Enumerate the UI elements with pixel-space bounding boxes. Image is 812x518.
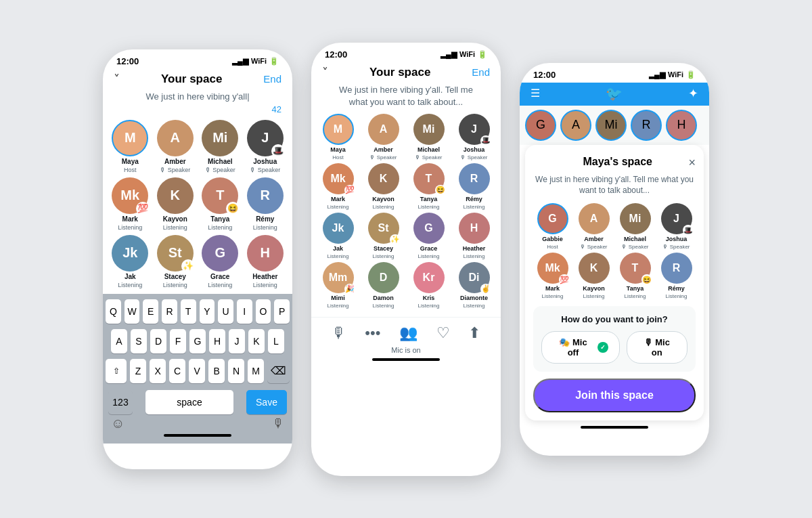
list-item[interactable]: AAmber🎙 Speaker bbox=[155, 120, 196, 173]
list-item[interactable]: T😆TanyaListening bbox=[200, 177, 241, 231]
key-f[interactable]: F bbox=[170, 329, 186, 353]
list-item[interactable]: KKayvonListening bbox=[362, 163, 405, 210]
key-n[interactable]: N bbox=[228, 359, 244, 383]
menu-icon[interactable]: ☰ bbox=[531, 87, 540, 100]
list-item[interactable]: J🎩Joshua🎙 Speaker bbox=[245, 120, 286, 173]
phone-3: 12:00 ▂▄▆ WiFi 🔋 ☰ 🐦 ✦ G A Mi R H Maya's… bbox=[520, 63, 709, 456]
list-item[interactable]: HHeatherListening bbox=[245, 235, 286, 288]
key-k[interactable]: K bbox=[248, 329, 265, 353]
story-3[interactable]: Mi bbox=[595, 110, 627, 141]
list-item[interactable]: KKayvonListening bbox=[574, 253, 613, 299]
key-s[interactable]: S bbox=[131, 329, 147, 353]
list-item[interactable]: J🎩Joshua🎙 Speaker bbox=[657, 203, 696, 250]
chevron-down-icon-1[interactable]: ˅ bbox=[114, 72, 120, 87]
mic-icon-2[interactable]: 🎙 bbox=[332, 324, 346, 342]
participant-role: Listening bbox=[418, 204, 439, 210]
key-b[interactable]: B bbox=[208, 359, 225, 383]
participant-name: Diamonte bbox=[460, 295, 488, 301]
chevron-down-icon-2[interactable]: ˅ bbox=[322, 65, 328, 80]
list-item[interactable]: MiMichael🎙 Speaker bbox=[616, 203, 654, 250]
people-icon-2[interactable]: 👥 bbox=[399, 324, 418, 342]
key-w[interactable]: W bbox=[125, 299, 140, 324]
avatar: Kr bbox=[413, 262, 445, 293]
mic-on-button[interactable]: 🎙 Mic on bbox=[627, 331, 687, 364]
save-button[interactable]: Save bbox=[246, 390, 287, 414]
key-c[interactable]: C bbox=[169, 359, 185, 383]
list-item[interactable]: AAmber🎙 Speaker bbox=[574, 203, 613, 250]
list-item[interactable]: Mm🎉MimiListening bbox=[317, 262, 359, 309]
mic-off-button[interactable]: 🎭 Mic off ✓ bbox=[541, 331, 620, 364]
key-i[interactable]: I bbox=[237, 299, 252, 324]
participant-role: Listening bbox=[418, 253, 439, 259]
key-h[interactable]: H bbox=[209, 329, 225, 353]
participant-name: Joshua bbox=[666, 236, 687, 242]
list-item[interactable]: JkJakListening bbox=[317, 213, 359, 259]
list-item[interactable]: KrKrisListening bbox=[407, 262, 450, 309]
list-item[interactable]: St✨StaceyListening bbox=[362, 213, 405, 259]
list-item[interactable]: Di✌️DiamonteListening bbox=[453, 262, 495, 309]
participant-role: 🎙 Speaker bbox=[662, 244, 690, 250]
key-v[interactable]: V bbox=[189, 359, 205, 383]
story-1[interactable]: G bbox=[525, 110, 556, 141]
list-item[interactable]: MiMichael🎙 Speaker bbox=[200, 120, 241, 173]
modal-title: Maya's space bbox=[547, 156, 688, 168]
list-item[interactable]: DDamonListening bbox=[362, 262, 405, 309]
list-item[interactable]: MiMichael🎙 Speaker bbox=[407, 114, 450, 160]
shift-key[interactable]: ⇧ bbox=[106, 359, 127, 383]
list-item[interactable]: J🎩Joshua🎙 Speaker bbox=[453, 114, 495, 160]
key-t[interactable]: T bbox=[181, 299, 196, 324]
list-item[interactable]: RRémyListening bbox=[657, 253, 696, 299]
key-x[interactable]: X bbox=[150, 359, 166, 383]
list-item[interactable]: MMayaHost bbox=[317, 114, 359, 160]
join-space-button[interactable]: Join this space bbox=[533, 379, 696, 412]
key-u[interactable]: U bbox=[218, 299, 233, 324]
share-icon-2[interactable]: ⬆ bbox=[468, 324, 480, 342]
list-item[interactable]: KKayvonListening bbox=[155, 177, 196, 231]
emoji-key[interactable]: ☺ bbox=[111, 416, 125, 431]
key-p[interactable]: P bbox=[274, 299, 290, 324]
key-z[interactable]: Z bbox=[130, 359, 146, 383]
delete-key[interactable]: ⌫ bbox=[267, 359, 290, 383]
end-button-1[interactable]: End bbox=[263, 73, 281, 85]
list-item[interactable]: Mk💯MarkListening bbox=[317, 163, 359, 210]
key-l[interactable]: L bbox=[268, 329, 284, 353]
list-item[interactable]: JkJakListening bbox=[110, 235, 151, 288]
participant-role: Listening bbox=[163, 224, 187, 231]
mic-key[interactable]: 🎙 bbox=[272, 416, 284, 431]
key-a[interactable]: A bbox=[111, 329, 127, 353]
story-4[interactable]: R bbox=[631, 110, 662, 141]
list-item[interactable]: RRémyListening bbox=[245, 177, 286, 231]
story-5[interactable]: H bbox=[666, 110, 697, 141]
home-bar-3 bbox=[581, 426, 648, 429]
list-item[interactable]: MMayaHost bbox=[110, 120, 151, 173]
list-item[interactable]: T😆TanyaListening bbox=[616, 253, 654, 299]
list-item[interactable]: GGraceListening bbox=[407, 213, 450, 259]
key-m[interactable]: M bbox=[248, 359, 264, 383]
list-item[interactable]: AAmber🎙 Speaker bbox=[362, 114, 405, 160]
num-key[interactable]: 123 bbox=[108, 390, 133, 414]
chat-icon-2[interactable]: ••• bbox=[365, 324, 380, 342]
end-button-2[interactable]: End bbox=[472, 66, 490, 78]
list-item[interactable]: T😆TanyaListening bbox=[407, 163, 450, 210]
key-r[interactable]: R bbox=[162, 299, 177, 324]
list-item[interactable]: GGabbieHost bbox=[533, 203, 572, 250]
key-d[interactable]: D bbox=[150, 329, 166, 353]
key-y[interactable]: Y bbox=[200, 299, 215, 324]
key-g[interactable]: G bbox=[189, 329, 206, 353]
list-item[interactable]: Mk💯MarkListening bbox=[533, 253, 572, 299]
close-button[interactable]: × bbox=[688, 156, 696, 170]
key-o[interactable]: O bbox=[256, 299, 271, 324]
sparkle-icon[interactable]: ✦ bbox=[688, 86, 698, 101]
key-j[interactable]: J bbox=[229, 329, 245, 353]
list-item[interactable]: St✨StaceyListening bbox=[155, 235, 196, 288]
keyboard-bottom-row: 123 space Save bbox=[106, 389, 290, 416]
list-item[interactable]: HHeatherListening bbox=[453, 213, 495, 259]
list-item[interactable]: Mk💯MarkListening bbox=[110, 177, 151, 231]
list-item[interactable]: RRémyListening bbox=[453, 163, 495, 210]
key-e[interactable]: E bbox=[143, 299, 158, 324]
story-2[interactable]: A bbox=[560, 110, 591, 141]
key-q[interactable]: Q bbox=[106, 299, 121, 324]
heart-icon-2[interactable]: ♡ bbox=[436, 324, 450, 342]
list-item[interactable]: GGraceListening bbox=[200, 235, 241, 288]
space-key[interactable]: space bbox=[145, 390, 233, 414]
